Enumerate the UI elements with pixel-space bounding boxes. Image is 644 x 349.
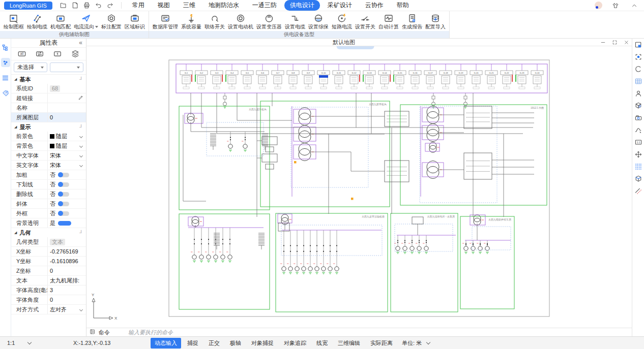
curve-pen-button[interactable] bbox=[634, 125, 642, 134]
scale-1to1-button[interactable]: 1:1 bbox=[634, 138, 642, 146]
menu-tab[interactable]: 供电设计 bbox=[284, 0, 320, 11]
grid-map-button[interactable] bbox=[634, 77, 642, 85]
section-header[interactable]: ◢基本┘ bbox=[11, 75, 86, 84]
status-toggle-button[interactable]: 捕捉 bbox=[183, 338, 202, 348]
property-value[interactable]: 否 bbox=[48, 170, 86, 179]
property-value[interactable]: 否 bbox=[48, 199, 86, 208]
dot-grid-button[interactable] bbox=[634, 162, 642, 171]
command-input[interactable]: 输入要执行的命令 bbox=[128, 329, 629, 336]
collapse-panel-button[interactable]: « bbox=[79, 39, 82, 46]
property-value[interactable]: -0.1610896 bbox=[48, 257, 86, 266]
status-toggle-button[interactable]: 线宽 bbox=[312, 338, 332, 348]
save-view-button[interactable] bbox=[634, 40, 642, 49]
set-motor-button[interactable]: 设置电动机 bbox=[226, 12, 255, 31]
toggle-switch[interactable] bbox=[58, 173, 69, 177]
property-value[interactable]: 是 bbox=[48, 218, 86, 228]
map-tab-title[interactable]: 默认地图 bbox=[86, 39, 601, 46]
set-cable-button[interactable]: 设置电缆 bbox=[283, 12, 307, 31]
minimize-button[interactable] bbox=[600, 39, 606, 46]
property-value[interactable]: 随层 bbox=[48, 132, 86, 141]
redo-button[interactable] bbox=[106, 1, 114, 10]
box-3d-button[interactable] bbox=[634, 101, 642, 110]
print-button[interactable] bbox=[82, 1, 91, 10]
set-switch-button[interactable]: 设置开关 bbox=[354, 12, 377, 31]
object-cluster-button[interactable] bbox=[1, 58, 10, 67]
restore-button[interactable] bbox=[611, 39, 618, 46]
draw-cable-button[interactable]: 绘制电缆 bbox=[25, 12, 49, 31]
auto-calc-button[interactable]: 自动计算 bbox=[377, 12, 400, 31]
menu-tab[interactable]: 三维 bbox=[178, 0, 201, 11]
unit-select[interactable]: 单位: 米 bbox=[402, 339, 430, 347]
property-value[interactable]: 0 bbox=[48, 295, 86, 304]
property-value[interactable]: 随层 bbox=[48, 141, 86, 150]
property-value[interactable]: 左对齐 bbox=[48, 305, 86, 314]
property-value[interactable]: 68 bbox=[48, 84, 86, 93]
zoom-scale-select[interactable]: 1:1 bbox=[7, 340, 73, 346]
system-capacity-button[interactable]: 系统容量 bbox=[180, 12, 203, 31]
database-manage-button[interactable]: 数据库管理 bbox=[151, 12, 180, 31]
property-value[interactable]: 3 bbox=[48, 285, 86, 295]
extent-button[interactable] bbox=[634, 52, 642, 61]
toggle-switch[interactable] bbox=[58, 182, 69, 187]
set-transformer-button[interactable]: 设置变压器 bbox=[255, 12, 283, 31]
section-header[interactable]: ◢显示┘ bbox=[11, 122, 86, 132]
close-button[interactable] bbox=[623, 39, 630, 46]
toggle-switch[interactable] bbox=[58, 202, 69, 206]
property-value[interactable] bbox=[48, 103, 86, 112]
toggle-switch[interactable] bbox=[58, 211, 69, 216]
property-value[interactable] bbox=[48, 93, 86, 103]
collapse-ribbon-icon[interactable] bbox=[630, 1, 638, 10]
property-list-button[interactable] bbox=[1, 73, 10, 82]
pan-button[interactable] bbox=[634, 150, 642, 158]
short-circuit-button[interactable]: 短路电流 bbox=[330, 12, 354, 31]
menu-tab[interactable]: 帮助 bbox=[391, 0, 415, 11]
property-value[interactable]: 文本 bbox=[48, 237, 86, 246]
tie-switch-button[interactable]: 联络开关 bbox=[203, 12, 226, 31]
report-button[interactable]: 生成报告 bbox=[400, 12, 424, 31]
map-canvas[interactable]: 太西九提升机头太西九胶带机头1912工作面太西九皮带运输机巷太西九综保电所 - … bbox=[86, 46, 632, 328]
electromech-match-button[interactable]: 机电匹配 bbox=[49, 12, 72, 31]
property-value[interactable]: 否 bbox=[48, 180, 86, 189]
config-import-button[interactable]: 配置导入 bbox=[424, 12, 447, 31]
status-toggle-button[interactable]: 正交 bbox=[204, 338, 224, 348]
property-value[interactable]: 0 bbox=[48, 266, 86, 275]
menu-tab[interactable]: 采矿设计 bbox=[322, 0, 358, 11]
draw-frame-button[interactable]: 绘制图框 bbox=[2, 12, 25, 31]
object-type-select[interactable]: 未选择 bbox=[14, 62, 47, 72]
open-file-button[interactable] bbox=[59, 1, 68, 10]
menu-tab[interactable]: 视图 bbox=[152, 0, 175, 11]
status-toggle-button[interactable]: 极轴 bbox=[226, 338, 245, 348]
property-value[interactable]: 宋体 bbox=[48, 151, 86, 160]
section-header[interactable]: ◢几何┘ bbox=[11, 228, 86, 237]
camera-view-button[interactable] bbox=[634, 113, 642, 122]
menu-tab[interactable]: 常用 bbox=[127, 0, 150, 11]
property-value[interactable]: 太九机尾排: bbox=[48, 276, 86, 285]
cube-button[interactable] bbox=[634, 174, 642, 183]
save-file-button[interactable] bbox=[71, 1, 79, 10]
circle-arc-button[interactable] bbox=[634, 65, 642, 73]
user-button[interactable] bbox=[634, 89, 642, 98]
undo-button[interactable] bbox=[94, 1, 103, 10]
status-toggle-button[interactable]: 对象追踪 bbox=[280, 338, 310, 348]
annotation-config-button[interactable]: 标注配置 bbox=[100, 12, 123, 31]
layer-tree-button[interactable] bbox=[1, 43, 10, 52]
user-avatar[interactable] bbox=[595, 2, 602, 9]
quick-filter-tab[interactable] bbox=[52, 49, 63, 58]
property-value[interactable]: 宋体 bbox=[48, 161, 86, 170]
layers-filter-tab[interactable] bbox=[70, 49, 80, 58]
status-toggle-button[interactable]: 实际距离 bbox=[366, 338, 397, 348]
status-toggle-button[interactable]: 动态输入 bbox=[151, 338, 181, 348]
object-instance-select[interactable] bbox=[50, 62, 83, 72]
property-value[interactable]: 0 bbox=[48, 113, 86, 122]
measure-button[interactable] bbox=[634, 186, 642, 195]
toggle-switch[interactable] bbox=[58, 192, 69, 197]
current-flow-button[interactable]: 电流流向 bbox=[72, 12, 100, 31]
toggle-switch[interactable] bbox=[58, 221, 71, 226]
menu-tab[interactable]: 云协作 bbox=[360, 0, 389, 11]
property-value[interactable]: -0.2765169 bbox=[48, 247, 86, 256]
menu-tab[interactable]: 一通三防 bbox=[247, 0, 282, 11]
menu-tab[interactable]: 地测防治水 bbox=[203, 0, 245, 11]
set-protection-button[interactable]: 设置综保 bbox=[307, 12, 330, 31]
swap-filter-tab[interactable] bbox=[35, 49, 45, 58]
theme-skin-icon[interactable] bbox=[611, 1, 620, 10]
